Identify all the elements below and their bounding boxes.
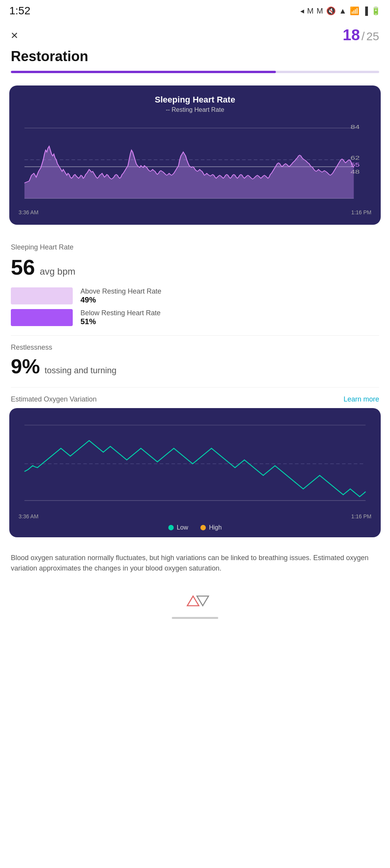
oxygen-variation-label: Estimated Oxygen Variation [11,395,97,403]
bottom-bar [0,614,390,622]
mute-icon: 🔇 [326,6,336,15]
svg-text:84: 84 [351,124,360,130]
svg-text:62: 62 [351,155,360,161]
above-resting-label: Above Resting Heart Rate [80,287,161,296]
restlessness-label: Restlessness [11,343,379,352]
legend-high-dot [200,525,206,530]
learn-more-button[interactable]: Learn more [344,395,379,403]
bottom-indicator [172,617,218,619]
sleeping-hr-label: Sleeping Heart Rate [11,243,379,251]
above-resting-text: Above Resting Heart Rate 49% [80,287,161,304]
score-total: 25 [366,30,379,43]
sleeping-heart-rate-section: Sleeping Heart Rate 56 avg bpm Above Res… [0,237,390,335]
score-area: 18 / 25 [343,26,379,44]
legend-low-label: Low [177,524,188,531]
location-icon: ◂ [300,6,304,15]
chart-time-start: 3:36 AM [19,209,38,215]
heart-rate-chart-subtitle: -- Resting Heart Rate [19,106,371,113]
wifi-icon: ▲ [339,7,347,15]
below-resting-bar [11,309,73,326]
above-resting-bar [11,287,73,304]
sleeping-hr-value-row: 56 avg bpm [11,255,379,280]
sleeping-hr-unit: avg bpm [40,266,75,277]
oxygen-chart-area [19,417,371,510]
heart-rate-svg: 84 62 55 48 [19,121,371,206]
legend-high-label: High [209,524,222,531]
oxygen-time-end: 1:16 PM [351,513,371,519]
brand-logo [180,592,210,608]
below-resting-label: Below Resting Heart Rate [80,309,161,317]
close-button[interactable]: × [11,29,18,41]
restlessness-pct: 9% [11,355,40,378]
above-resting-pct: 49% [80,296,161,304]
legend-low-item: Low [168,524,188,531]
status-icons: ◂ M M 🔇 ▲ 📶 ▐ 🔋 [300,6,381,15]
below-resting-row: Below Resting Heart Rate 51% [11,309,379,326]
oxygen-legend: Low High [19,524,371,531]
score-divider: / [361,30,364,43]
oxygen-svg [19,417,371,510]
bottom-logo-area [0,586,390,614]
below-resting-text: Below Resting Heart Rate 51% [80,309,161,326]
progress-fill [11,71,276,73]
oxygen-description: Blood oxygen saturation normally fluctua… [0,547,390,586]
heart-rate-chart-area: 84 62 55 48 [19,121,371,206]
restlessness-value-row: 9% tossing and turning [11,355,379,378]
oxygen-time-start: 3:36 AM [19,513,38,519]
score-current: 18 [343,26,360,44]
heart-rate-chart-title: Sleeping Heart Rate [19,95,371,105]
oxygen-variation-header: Estimated Oxygen Variation Learn more [0,388,390,408]
header: × 18 / 25 [0,20,390,47]
heart-rate-breakdown: Above Resting Heart Rate 49% Below Resti… [11,287,379,326]
heart-rate-chart-times: 3:36 AM 1:16 PM [19,209,371,215]
restlessness-description: tossing and turning [44,366,116,376]
progress-container [0,71,390,85]
legend-low-dot [168,525,174,530]
heart-rate-chart-card: Sleeping Heart Rate -- Resting Heart Rat… [9,85,381,225]
gmail2-icon: M [316,7,323,15]
below-resting-pct: 51% [80,317,161,326]
sleeping-hr-value: 56 [11,255,35,280]
legend-high-item: High [200,524,222,531]
svg-marker-11 [187,596,199,606]
svg-marker-12 [197,596,209,606]
status-time: 1:52 [9,5,31,17]
progress-track [11,71,379,73]
chart-time-end: 1:16 PM [351,209,371,215]
battery-icon: 🔋 [371,6,381,15]
restlessness-section: Restlessness 9% tossing and turning [0,336,390,387]
gmail-icon: M [307,7,314,15]
status-bar: 1:52 ◂ M M 🔇 ▲ 📶 ▐ 🔋 [0,0,390,20]
oxygen-chart-card: 3:36 AM 1:16 PM Low High [9,408,381,537]
above-resting-row: Above Resting Heart Rate 49% [11,287,379,304]
oxygen-chart-times: 3:36 AM 1:16 PM [19,513,371,519]
signal1-icon: 📶 [350,6,359,15]
page-title: Restoration [0,47,390,71]
signal2-icon: ▐ [363,7,368,15]
